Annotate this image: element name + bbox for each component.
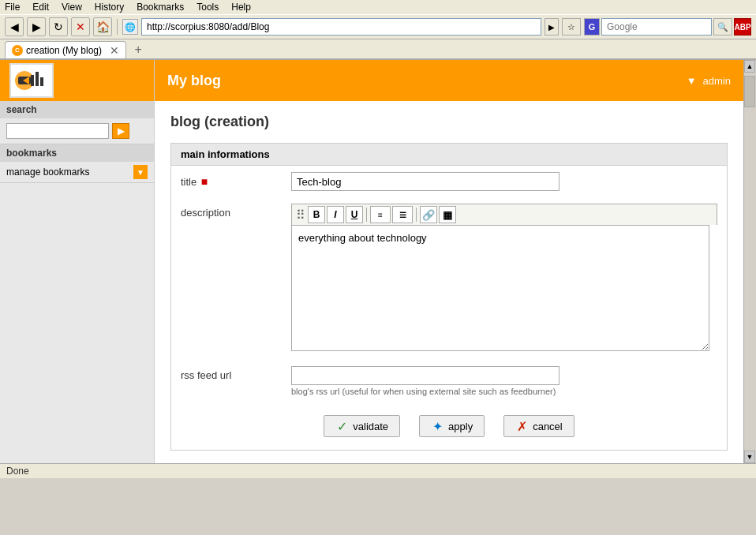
manage-bookmarks-label[interactable]: manage bookmarks	[6, 166, 89, 178]
site-icon: 🌐	[122, 19, 138, 35]
rss-input[interactable]	[291, 366, 560, 385]
search-title: search	[0, 101, 154, 118]
title-row: title ■	[171, 166, 727, 197]
form-buttons: ✓ validate ✦ apply ✗ cancel	[171, 402, 727, 450]
cancel-label: cancel	[533, 421, 563, 432]
description-field: ⠿ B I U ≡ ☰ 🔗 ▦ everything about technol…	[291, 204, 717, 354]
admin-link[interactable]: admin	[703, 75, 731, 87]
svg-rect-4	[36, 72, 39, 86]
sidebar-search-button[interactable]: ▶	[112, 123, 129, 139]
italic-button[interactable]: I	[327, 206, 344, 223]
title-label: title ■	[181, 172, 291, 188]
form-section: main informations title ■ description	[170, 143, 728, 451]
browser-search-input[interactable]	[601, 18, 712, 36]
tab-close-button[interactable]: ✕	[110, 44, 119, 57]
menu-bookmarks[interactable]: Bookmarks	[137, 2, 184, 13]
stop-button[interactable]: ✕	[71, 17, 90, 36]
dropdown-arrow-icon: ▼	[687, 75, 697, 87]
rss-label: rss feed url	[181, 366, 291, 381]
apply-label: apply	[448, 421, 473, 432]
bold-button[interactable]: B	[308, 206, 325, 223]
validate-button[interactable]: ✓ validate	[324, 415, 400, 437]
back-button[interactable]: ◀	[5, 17, 24, 36]
ul-button[interactable]: ☰	[392, 206, 413, 223]
logo-svg	[12, 65, 51, 95]
browser-tab[interactable]: C creation (My blog) ✕	[5, 41, 126, 58]
editor-handle[interactable]: ⠿	[295, 208, 306, 222]
app-title: My blog	[167, 73, 221, 89]
editor-separator-2	[416, 208, 417, 222]
app-header-main: My blog ▼ admin	[155, 60, 743, 101]
menu-tools[interactable]: Tools	[196, 2, 219, 13]
search-section: search ▶	[0, 101, 154, 144]
browser-toolbar: ◀ ▶ ↻ ✕ 🏠 🌐 ▶ ☆ G 🔍 ABP	[0, 14, 756, 39]
tabs-bar: C creation (My blog) ✕ +	[0, 39, 756, 59]
app-header-sidebar	[0, 60, 154, 101]
bookmarks-section: bookmarks manage bookmarks ▼	[0, 144, 154, 183]
description-row: description ⠿ B I U ≡ ☰ 🔗 ▦	[171, 197, 727, 360]
menu-file[interactable]: File	[5, 2, 20, 13]
bookmarks-expand-button[interactable]: ▼	[133, 165, 148, 179]
status-bar: Done	[0, 463, 756, 478]
main-area: My blog ▼ admin blog (creation) main inf…	[155, 60, 743, 463]
search-area: G 🔍 ABP	[584, 18, 751, 36]
new-tab-button[interactable]: +	[129, 41, 147, 58]
logo-box	[9, 63, 54, 98]
required-star: ■	[201, 175, 208, 188]
title-input[interactable]	[291, 172, 560, 191]
logo-area	[9, 63, 54, 98]
rss-hint-text: blog's rss url (useful for when using ex…	[291, 387, 717, 396]
rss-field: blog's rss url (useful for when using ex…	[291, 366, 717, 396]
cancel-button[interactable]: ✗ cancel	[503, 415, 574, 437]
apply-icon: ✦	[431, 420, 443, 432]
tab-title: creation (My blog)	[26, 45, 102, 56]
sidebar-search-input[interactable]	[6, 123, 109, 139]
status-text: Done	[6, 466, 29, 477]
ol-button[interactable]: ≡	[370, 206, 391, 223]
address-go-button[interactable]: ▶	[545, 18, 559, 36]
title-field	[291, 172, 717, 191]
title-label-text: title	[181, 176, 196, 188]
menu-help[interactable]: Help	[231, 2, 251, 13]
apply-button[interactable]: ✦ apply	[419, 415, 485, 437]
scroll-down-button[interactable]: ▼	[744, 451, 755, 463]
table-button[interactable]: ▦	[439, 206, 456, 223]
page-title: blog (creation)	[170, 114, 728, 130]
main-content: blog (creation) main informations title …	[155, 101, 743, 463]
toolbar-separator	[117, 19, 118, 35]
manage-bookmarks-row: manage bookmarks ▼	[0, 162, 154, 182]
section-header: main informations	[171, 144, 727, 166]
sidebar: search ▶ bookmarks manage bookmarks ▼	[0, 60, 155, 463]
menu-history[interactable]: History	[95, 2, 124, 13]
app-body: search ▶ bookmarks manage bookmarks ▼ My…	[0, 60, 756, 463]
scroll-track[interactable]	[744, 73, 756, 451]
adblock-button[interactable]: ABP	[734, 18, 751, 36]
scroll-thumb[interactable]	[744, 76, 755, 107]
validate-icon: ✓	[335, 420, 348, 432]
tab-favicon: C	[12, 45, 23, 56]
scrollbar[interactable]: ▲ ▼	[743, 60, 756, 463]
rss-row: rss feed url blog's rss url (useful for …	[171, 360, 727, 402]
link-button[interactable]: 🔗	[420, 206, 437, 223]
bookmarks-title: bookmarks	[0, 144, 154, 162]
address-bar-row: 🌐 ▶ ☆	[122, 18, 581, 36]
search-engine-icon[interactable]: G	[584, 18, 600, 36]
editor-separator-1	[366, 208, 367, 222]
description-label: description	[181, 204, 291, 219]
header-right: ▼ admin	[687, 75, 731, 87]
menu-view[interactable]: View	[62, 2, 82, 13]
underline-button[interactable]: U	[346, 206, 363, 223]
search-row: ▶	[0, 118, 154, 144]
reload-button[interactable]: ↻	[49, 17, 68, 36]
address-input[interactable]	[141, 18, 541, 36]
browser-search-button[interactable]: 🔍	[713, 18, 732, 36]
bookmark-star-button[interactable]: ☆	[562, 18, 581, 36]
menu-edit[interactable]: Edit	[32, 2, 49, 13]
menu-bar: File Edit View History Bookmarks Tools H…	[0, 0, 756, 14]
cancel-icon: ✗	[515, 420, 528, 432]
scroll-up-button[interactable]: ▲	[744, 60, 755, 73]
home-button[interactable]: 🏠	[93, 17, 112, 36]
description-textarea[interactable]: everything about technology	[291, 225, 709, 351]
forward-button[interactable]: ▶	[27, 17, 46, 36]
validate-label: validate	[353, 421, 388, 432]
